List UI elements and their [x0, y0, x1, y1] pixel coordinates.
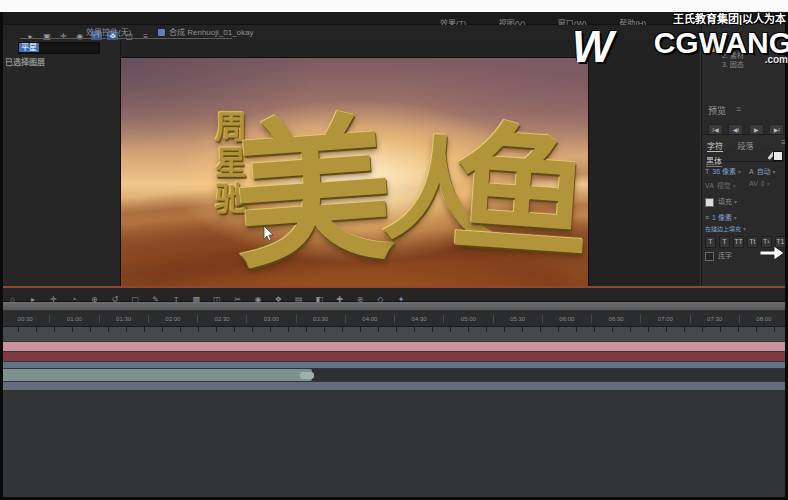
- leading-value[interactable]: 自动: [757, 168, 771, 175]
- caret-down-icon[interactable]: ▾: [773, 169, 776, 175]
- ruler-tick: 03:30: [296, 315, 345, 323]
- mouse-cursor-icon: [263, 226, 275, 242]
- stroke-row: ≡ 1 像素 ▾: [705, 212, 786, 224]
- layer-bar-teal[interactable]: [0, 369, 312, 381]
- small-caps-button[interactable]: Tt: [747, 236, 758, 248]
- menu-bar: 效果(T) 视图(V) 窗口(W) 帮助(H): [0, 12, 788, 25]
- timeline-empty-area: [0, 390, 788, 497]
- layer-track-empty: [312, 369, 788, 381]
- layer-bar-blue[interactable]: [0, 382, 788, 390]
- caret-down-icon[interactable]: ▾: [738, 169, 741, 175]
- ruler-tick: 07:30: [690, 315, 739, 323]
- layer-bar-red[interactable]: [0, 352, 788, 361]
- ligatures-checkbox[interactable]: [705, 252, 714, 261]
- caret-down-icon[interactable]: ▾: [767, 181, 770, 187]
- character-tab-row: 字符 段落 ≡: [702, 134, 788, 148]
- caret-down-icon[interactable]: ▾: [743, 226, 746, 232]
- project-item[interactable]: 1. 合成: [722, 42, 744, 51]
- layer-bar-teal-endcap[interactable]: [300, 372, 314, 379]
- layer-bar-slate[interactable]: [0, 362, 788, 368]
- ruler-tick: 05:30: [493, 315, 542, 323]
- project-item[interactable]: 3. 固态: [722, 60, 744, 69]
- stroke-width-value[interactable]: 1 像素: [712, 214, 732, 221]
- tracking-value[interactable]: 0: [761, 180, 765, 187]
- tab-composition-label: 合成 Renhuoji_01_okay: [169, 28, 254, 37]
- caret-down-icon[interactable]: ▾: [734, 199, 737, 205]
- kerning-value[interactable]: 视觉: [717, 182, 731, 189]
- leading-icon: A: [749, 168, 754, 175]
- font-family-row[interactable]: 黑体: [706, 150, 785, 162]
- font-size-value[interactable]: 36 像素: [712, 168, 736, 175]
- caret-down-icon[interactable]: ▾: [733, 183, 736, 189]
- faux-italic-button[interactable]: T: [719, 236, 730, 248]
- keyframe-marker-row[interactable]: [0, 327, 788, 341]
- after-effects-window: 效果(T) 视图(V) 窗口(W) 帮助(H) ▸ ▣ ✛ ◉ □ ✥ ▢ ≡ …: [0, 0, 788, 500]
- preview-menu-icon[interactable]: ≡: [736, 104, 741, 114]
- kerning-icon: VA: [705, 182, 714, 189]
- timeline-horizontal-scrollbar[interactable]: [0, 302, 788, 310]
- project-panel: 平星 已选择图层: [0, 40, 121, 286]
- ruler-tick: 08:00: [739, 315, 788, 323]
- ligatures-label: 连字: [718, 252, 732, 259]
- search-selected-text: 平星: [19, 43, 39, 52]
- stroke-type-value[interactable]: 在描边上填充: [705, 226, 741, 232]
- ruler-tick: 00:30: [0, 315, 49, 323]
- layer-bar-pink[interactable]: [0, 342, 788, 351]
- ruler-tick: 04:00: [345, 315, 394, 323]
- ruler-tick: 05:00: [443, 315, 492, 323]
- ruler-tick: 07:00: [640, 315, 689, 323]
- fill-label: 填充: [718, 198, 732, 205]
- ruler-tick: 02:30: [197, 315, 246, 323]
- fill-color-swatch[interactable]: [773, 151, 783, 161]
- project-status-label: 已选择图层: [5, 56, 45, 67]
- fill-swatch-icon[interactable]: [705, 198, 714, 207]
- ruler-tick: 06:30: [591, 315, 640, 323]
- preview-panel-title: 预览: [708, 104, 726, 117]
- panel-arrow-cursor-icon: [758, 244, 786, 262]
- project-item[interactable]: 2. 素材: [722, 51, 744, 60]
- ligatures-row: 连字: [705, 250, 732, 261]
- stroke-type-row: 在描边上填充 ▾: [705, 224, 786, 236]
- ruler-tick: 03:00: [246, 315, 295, 323]
- panel-tab-row: ▸ ▣ ✛ ◉ □ ✥ ▢ ≡ 效果控件(无) 合成 Renhuoji_01_o…: [0, 25, 788, 40]
- tracking-icon: AV: [749, 180, 758, 187]
- composition-viewport[interactable]: 周星驰 美 人 鱼: [120, 57, 589, 287]
- title-char-yu: 鱼: [446, 75, 589, 286]
- ruler-tick: 01:30: [99, 315, 148, 323]
- faux-bold-button[interactable]: T: [705, 236, 716, 248]
- left-edge: [0, 12, 3, 500]
- font-size-icon: T: [705, 168, 709, 175]
- ruler-tick: 04:30: [394, 315, 443, 323]
- composition-icon: [158, 29, 165, 36]
- letterbox-strip: [0, 0, 788, 12]
- ruler-tick: 06:00: [542, 315, 591, 323]
- all-caps-button[interactable]: TT: [733, 236, 744, 248]
- timeline-ruler[interactable]: 00:30 01:00 01:30 02:00 02:30 03:00 03:3…: [0, 311, 788, 327]
- kerning-row: VA 视觉 ▾ AV 0 ▾: [705, 180, 786, 192]
- main-toolbar: ⌂ ▸ ✛ ◔ ⊕ ↺ ▢ ✎ T ▩ ◫ ✂ ◉ ❖ ▤ ◧ ✚ ≋ ◇ ✦: [0, 288, 788, 302]
- font-size-row: T 36 像素 ▾ A 自动 ▾: [705, 166, 786, 178]
- fill-row: 填充 ▾: [705, 196, 786, 208]
- title-char-mei: 美: [225, 61, 399, 287]
- tab-underline: [20, 38, 232, 39]
- caret-down-icon[interactable]: ▾: [734, 215, 737, 221]
- project-item-list: 1. 合成 2. 素材 3. 固态: [702, 42, 744, 69]
- ruler-tick: 01:00: [49, 315, 98, 323]
- search-input[interactable]: 平星: [18, 42, 100, 54]
- ruler-tick: 02:00: [148, 315, 197, 323]
- stroke-width-icon: ≡: [705, 214, 709, 221]
